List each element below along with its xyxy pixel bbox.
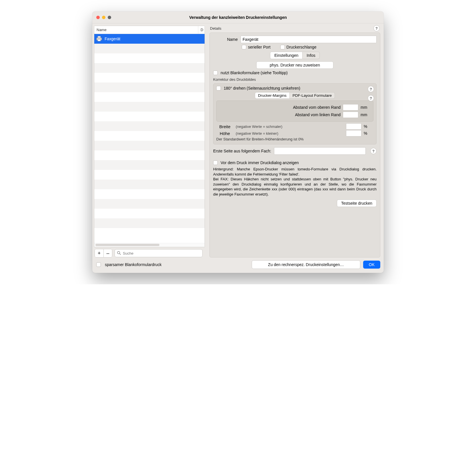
show-dialog-checkbox[interactable] [213,160,218,165]
blank-forms-label: nutzt Blankoformulare (siehe Tooltipp) [221,71,288,75]
footer: sparsamer Blankoformulardruck Zu den rec… [92,257,384,273]
print-queue-checkbox[interactable] [280,45,285,49]
tab-infos[interactable]: Infos [303,52,319,59]
show-dialog-label: Vor dem Druck immer Druckdialog anzeigen [221,160,299,165]
table-header: Name D [94,26,205,34]
sparing-checkbox[interactable] [96,262,101,267]
default-note: Der Standardwert für Breiten-/Höhenänder… [216,137,373,141]
computer-settings-button[interactable]: Zu den rechnerspez. Druckeinstellungen… [252,260,360,269]
background-text: Hintergrund: Manche Epson-Drucker müssen… [213,167,377,197]
correction-heading: Korrektur des Druckbildes [213,77,377,82]
table-row[interactable] [94,141,205,150]
printer-table: Name D Faxgerät [94,26,205,247]
table-row[interactable] [94,189,205,199]
window-title: Verwaltung der kanzleiweiten Druckereins… [92,15,384,20]
zoom-icon[interactable] [108,16,111,19]
details-heading: Details [210,26,221,31]
table-row[interactable] [94,160,205,170]
svg-line-4 [119,253,121,255]
serial-port-checkbox[interactable] [242,45,246,49]
column-header-name[interactable]: Name [94,26,198,34]
minimize-icon[interactable] [102,16,105,19]
help-margins-button[interactable]: ? [368,95,374,101]
table-row[interactable] [94,44,205,53]
svg-rect-2 [98,39,101,41]
table-row[interactable] [94,150,205,160]
add-button[interactable]: + [95,249,103,257]
tray-label: Erste Seite aus folgendem Fach: [213,149,271,153]
table-row[interactable] [94,121,205,131]
column-header-d[interactable]: D [198,26,205,34]
help-tray-button[interactable]: ? [370,148,377,154]
margin-top-input[interactable] [343,104,358,110]
table-row[interactable] [94,63,205,73]
details-panel: Name serieller Port Druckerschlange [209,33,380,257]
table-row[interactable] [94,102,205,112]
table-row[interactable] [94,112,205,121]
table-row[interactable] [94,73,205,82]
ok-button[interactable]: OK [363,261,380,269]
horizontal-scrollbar[interactable] [94,243,205,247]
titlebar: Verwaltung der kanzleiweiten Druckereins… [92,11,384,23]
reassign-printer-button[interactable]: phys. Drucker neu zuweisen [256,61,333,69]
blank-forms-checkbox[interactable] [213,71,218,75]
close-icon[interactable] [96,16,100,19]
width-hint: (negative Werte = schmaler) [236,124,282,129]
table-row[interactable] [94,92,205,102]
name-label: Name [213,37,238,42]
table-body[interactable]: Faxgerät [94,34,205,243]
unit-percent: % [364,124,373,129]
add-remove-buttons: + – [95,249,112,257]
sparing-label: sparsamer Blankoformulardruck [105,262,161,267]
margin-top-label: Abstand vom oberen Rand [219,105,341,110]
printer-settings-window: Verwaltung der kanzleiweiten Druckereins… [92,11,384,273]
search-input[interactable] [115,249,203,257]
unit-mm: mm [361,112,370,117]
remove-button[interactable]: – [103,249,112,257]
table-row[interactable] [94,53,205,63]
printer-name-cell: Faxgerät [104,37,205,41]
margin-tabs: Drucker-Margins PDF-Layout Formulare [255,92,335,99]
width-label: Breite [216,124,233,129]
margins-panel: Abstand vom oberen Rand mm Abstand vom l… [216,100,373,122]
table-row[interactable] [94,131,205,141]
svg-rect-0 [98,36,101,38]
printer-list-pane: Name D Faxgerät [92,23,206,257]
unit-percent: % [364,131,373,136]
rotate-label: 180° drehen (Seitenausrichtung umkehren) [224,86,300,90]
search-icon [117,251,121,256]
height-input[interactable] [346,130,361,136]
rotate-checkbox[interactable] [216,86,221,90]
help-rotate-button[interactable]: ? [368,86,374,92]
name-field[interactable] [241,36,377,43]
height-label: Höhe [216,131,233,136]
details-pane: Details ? Name serieller Port Druckersch… [206,23,384,257]
table-row[interactable] [94,180,205,189]
width-input[interactable] [346,123,361,130]
window-controls [96,16,111,19]
margin-left-input[interactable] [343,112,358,118]
printer-icon [94,36,104,42]
tab-pdf-layout[interactable]: PDF-Layout Formulare [290,92,335,99]
tray-input[interactable] [274,147,366,155]
print-queue-label: Druckerschlange [287,45,317,49]
help-button[interactable]: ? [373,25,380,31]
table-row[interactable] [94,82,205,92]
correction-panel: ? 180° drehen (Seitenausrichtung umkehre… [213,83,377,144]
table-row[interactable]: Faxgerät [94,34,205,44]
table-row[interactable] [94,209,205,218]
tab-settings[interactable]: Einstellungen [270,52,303,59]
table-row[interactable] [94,218,205,228]
print-testpage-button[interactable]: Testseite drucken [337,200,377,207]
margin-left-label: Abstand vom linken Rand [219,112,341,117]
tab-printer-margins[interactable]: Drucker-Margins [255,92,290,99]
unit-mm: mm [361,105,370,110]
height-hint: (negative Werte = kleiner) [236,131,278,136]
serial-port-label: serieller Port [248,45,271,49]
table-row[interactable] [94,228,205,238]
main-tabs: Einstellungen Infos [270,52,319,59]
table-row[interactable] [94,199,205,209]
table-row[interactable] [94,170,205,180]
